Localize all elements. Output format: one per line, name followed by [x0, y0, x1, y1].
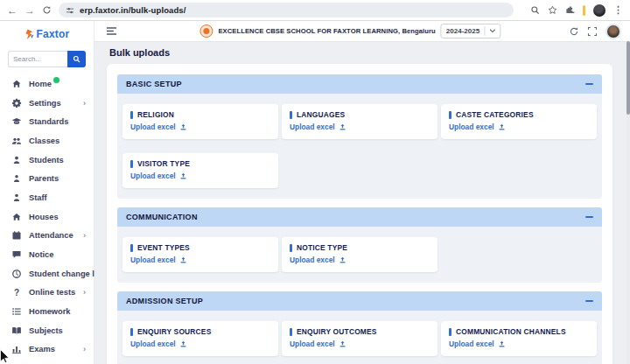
- upload-card-religion: RELIGION Upload excel: [122, 104, 278, 139]
- sidebar-item-label: Online tests: [29, 288, 75, 297]
- bulk-uploads-panel: BASIC SETUP RELIGION Upload excel LANGUA…: [107, 64, 612, 364]
- extensions-icon[interactable]: [565, 5, 575, 15]
- menu-toggle-icon[interactable]: [106, 26, 117, 36]
- sidebar-item-subjects[interactable]: Subjects: [0, 321, 94, 340]
- divider: [484, 26, 485, 36]
- chevron-down-icon: [489, 29, 495, 33]
- card-title: VISITOR TYPE: [137, 159, 190, 168]
- upload-excel-link[interactable]: Upload excel: [130, 256, 270, 264]
- upload-excel-link[interactable]: Upload excel: [290, 256, 430, 264]
- sidebar-item-staff[interactable]: Staff: [0, 188, 94, 207]
- sidebar-item-label: Exams: [29, 345, 55, 354]
- chevron-right-icon: ›: [83, 231, 86, 240]
- upload-icon: [179, 172, 187, 180]
- browser-profile-avatar[interactable]: [593, 4, 606, 17]
- message-icon: [11, 249, 22, 260]
- url-text: erp.faxtor.in/bulk-uploads/: [80, 5, 186, 15]
- sidebar-item-notice[interactable]: Notice: [0, 245, 94, 264]
- brand-name: Faxtor: [37, 28, 70, 40]
- bookmark-star-icon[interactable]: [548, 5, 557, 15]
- sidebar-item-attendance[interactable]: Attendance ›: [0, 227, 94, 246]
- page-scrollbar[interactable]: [626, 41, 630, 364]
- card-title: CASTE CATEGORIES: [456, 110, 534, 119]
- section-body: ENQUIRY SOURCES Upload excel ENQUIRY OUT…: [117, 311, 602, 364]
- academic-year-value: 2024-2025: [446, 27, 480, 35]
- sidebar-item-standards[interactable]: Standards: [0, 112, 94, 131]
- sidebar-item-student-change-logs[interactable]: Student change logs: [0, 264, 94, 284]
- upload-card-languages: LANGUAGES Upload excel: [282, 104, 438, 139]
- card-title: RELIGION: [137, 110, 174, 119]
- upload-icon: [179, 123, 187, 131]
- sidebar-item-label: Students: [29, 156, 64, 164]
- sidebar-item-classes[interactable]: Classes: [0, 131, 94, 150]
- chevron-right-icon: ›: [83, 345, 86, 354]
- sidebar-item-label: Parents: [29, 174, 59, 183]
- upload-card-notice-type: NOTICE TYPE Upload excel: [282, 237, 438, 272]
- accent-bar: [449, 111, 452, 119]
- address-bar[interactable]: erp.faxtor.in/bulk-uploads/: [59, 3, 514, 18]
- sidebar-item-settings[interactable]: Settings ›: [0, 94, 94, 113]
- sidebar-item-exams[interactable]: Exams ›: [0, 340, 94, 360]
- sidebar-item-label: Notice: [29, 250, 53, 259]
- upload-excel-link[interactable]: Upload excel: [290, 122, 430, 131]
- accent-bar: [130, 160, 133, 168]
- sidebar-item-label: Subjects: [29, 326, 63, 335]
- accent-bar: [290, 328, 292, 336]
- page-content: Bulk uploads BASIC SETUP RELIGION Upload…: [94, 42, 630, 364]
- app-header: EXCELLENCE CBSE SCHOOL FOR FAXTOR LEARNI…: [94, 21, 630, 42]
- upload-excel-link[interactable]: Upload excel: [130, 340, 270, 348]
- section-admission-setup: ADMISSION SETUP ENQUIRY SOURCES Upload e…: [117, 291, 602, 364]
- school-logo: [200, 24, 213, 38]
- refresh-icon[interactable]: [569, 26, 579, 37]
- sidebar-item-label: Attendance: [29, 231, 74, 240]
- section-basic-setup: BASIC SETUP RELIGION Upload excel LANGUA…: [117, 74, 602, 199]
- reload-icon[interactable]: [42, 5, 52, 15]
- user-avatar[interactable]: [606, 24, 621, 39]
- collapse-icon[interactable]: [585, 83, 593, 86]
- brand-logo[interactable]: Faxtor: [0, 21, 94, 47]
- section-header-communication[interactable]: COMMUNICATION: [117, 207, 602, 227]
- sidebar-item-students[interactable]: Students: [0, 150, 94, 170]
- upload-excel-link[interactable]: Upload excel: [290, 340, 430, 348]
- search-button[interactable]: [67, 51, 86, 67]
- collapse-icon[interactable]: [585, 216, 593, 219]
- sidebar-item-homework[interactable]: Homework: [0, 302, 94, 321]
- back-icon[interactable]: ←: [7, 5, 18, 16]
- mouse-cursor: [0, 349, 10, 363]
- forward-icon[interactable]: →: [24, 5, 35, 16]
- clock-icon: [11, 269, 22, 279]
- browser-toolbar: ← → erp.faxtor.in/bulk-uploads/ ⋮: [0, 0, 630, 21]
- zoom-icon[interactable]: [530, 5, 540, 15]
- fullscreen-icon[interactable]: [587, 26, 598, 37]
- card-title: ENQUIRY OUTCOMES: [297, 327, 377, 336]
- chevron-right-icon: ›: [83, 288, 86, 297]
- accent-bar: [290, 111, 292, 119]
- search-icon: [73, 55, 80, 63]
- section-title: BASIC SETUP: [126, 80, 182, 88]
- sidebar-item-houses[interactable]: Houses: [0, 207, 94, 227]
- upload-excel-link[interactable]: Upload excel: [449, 340, 589, 348]
- notification-indicator: [583, 5, 585, 16]
- upload-card-event-types: EVENT TYPES Upload excel: [122, 237, 278, 272]
- card-title: NOTICE TYPE: [297, 243, 347, 252]
- academic-year-select[interactable]: 2024-2025: [441, 24, 500, 38]
- question-icon: ?: [11, 288, 22, 298]
- search-input[interactable]: [8, 51, 67, 67]
- sidebar-item-online-tests[interactable]: ? Online tests ›: [0, 284, 94, 303]
- sidebar-item-home[interactable]: Home: [0, 74, 94, 94]
- site-info-icon[interactable]: [66, 6, 74, 15]
- house-icon: [11, 212, 22, 222]
- sidebar-item-label: Staff: [29, 193, 47, 202]
- upload-excel-link[interactable]: Upload excel: [449, 122, 589, 131]
- sidebar-item-parents[interactable]: Parents: [0, 169, 94, 188]
- scrollbar-thumb[interactable]: [626, 41, 630, 115]
- section-header-admission-setup[interactable]: ADMISSION SETUP: [117, 291, 602, 311]
- chart-icon: [11, 344, 22, 354]
- section-header-basic-setup[interactable]: BASIC SETUP: [117, 74, 602, 94]
- section-communication: COMMUNICATION EVENT TYPES Upload excel N…: [117, 207, 602, 283]
- accent-bar: [290, 244, 292, 252]
- upload-excel-link[interactable]: Upload excel: [130, 122, 270, 131]
- upload-excel-link[interactable]: Upload excel: [130, 172, 270, 180]
- collapse-icon[interactable]: [585, 300, 593, 303]
- browser-menu-icon[interactable]: ⋮: [613, 4, 623, 16]
